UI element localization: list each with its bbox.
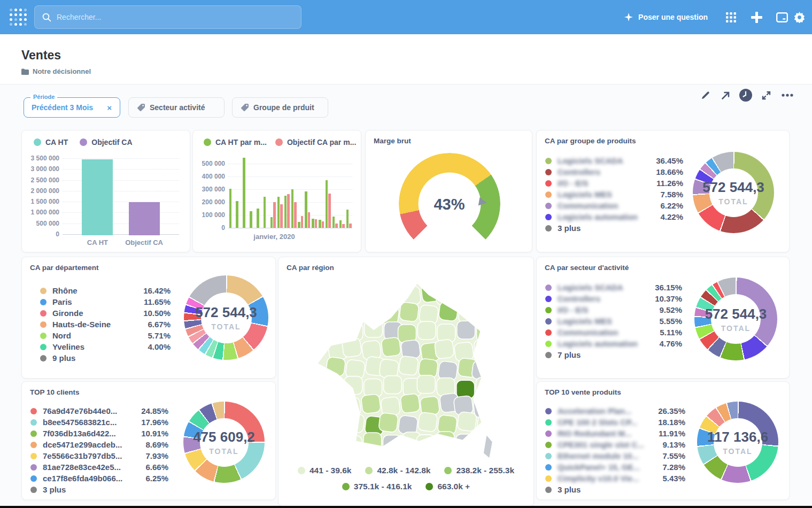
- new-item-button[interactable]: [746, 0, 767, 34]
- sharing-button[interactable]: [718, 88, 733, 103]
- auto-refresh-button[interactable]: [738, 88, 753, 103]
- bar[interactable]: [298, 222, 300, 228]
- bar[interactable]: [322, 221, 324, 228]
- donut-legend[interactable]: Acceleration Plan...26.35%CPE 100 2 Slot…: [545, 405, 685, 495]
- browse-data-button[interactable]: [720, 0, 741, 34]
- more-options-button[interactable]: [780, 88, 795, 103]
- legend-item[interactable]: Controllers18.66%: [545, 166, 683, 178]
- bar[interactable]: [236, 201, 238, 228]
- legend-more-item[interactable]: 9 plus: [40, 352, 171, 364]
- bar[interactable]: [243, 158, 245, 228]
- bar[interactable]: [312, 219, 314, 228]
- bar[interactable]: [326, 180, 328, 228]
- legend-item[interactable]: Hauts-de-Seine6.67%: [40, 319, 171, 330]
- legend-item[interactable]: QuickPanel+ 15, GE...7.28%: [545, 461, 685, 473]
- legend-item[interactable]: Controllers10.37%: [545, 293, 682, 304]
- bar-chart-ca-vs-objectif[interactable]: 3 500 0003 000 0002 500 0002 000 0001 50…: [22, 152, 190, 248]
- legend-item[interactable]: CPE301 single slot C...9.13%: [545, 439, 685, 450]
- donut-chart[interactable]: 572 544,3TOTAL: [694, 278, 777, 360]
- legend-more-item[interactable]: 3 plus: [545, 222, 683, 234]
- bar[interactable]: [291, 189, 294, 228]
- legend-item[interactable]: Objectif CA par m...: [275, 138, 356, 147]
- legend-more-item[interactable]: 3 plus: [545, 484, 685, 495]
- legend-item[interactable]: RIO Redundant M...11.91%: [545, 428, 685, 439]
- legend-item[interactable]: I/O - E/S11.26%: [545, 178, 683, 189]
- legend-item[interactable]: Ethernet module 10...7.55%: [545, 450, 685, 461]
- bar[interactable]: [284, 196, 287, 228]
- legend-item[interactable]: 7f036db13a6d422...10.91%: [30, 428, 168, 439]
- donut-chart[interactable]: 475 609,2TOTAL: [183, 402, 265, 483]
- bar[interactable]: [294, 202, 297, 228]
- filter-secteur[interactable]: Secteur activité: [128, 97, 225, 118]
- donut-legend[interactable]: Rhône16.42%Paris11.65%Gironde10.50%Hauts…: [40, 285, 171, 364]
- bar[interactable]: [339, 220, 342, 228]
- donut-chart[interactable]: 117 136,6TOTAL: [697, 402, 778, 483]
- legend-item[interactable]: Logiciels SCADA36.45%: [545, 155, 683, 166]
- bar[interactable]: [308, 212, 311, 228]
- legend-item[interactable]: Logiciels MES7.58%: [545, 189, 683, 200]
- bar[interactable]: [301, 216, 304, 228]
- metabase-logo[interactable]: [7, 6, 29, 28]
- donut-legend[interactable]: 76a9d47e76b44e0...24.85%b8ee5475683821c.…: [30, 405, 168, 495]
- bar[interactable]: [82, 159, 113, 235]
- legend-item[interactable]: Nord5.71%: [40, 330, 171, 341]
- legend-bar1[interactable]: CA HTObjectif CA: [34, 138, 133, 147]
- bar[interactable]: [305, 191, 307, 228]
- legend-item[interactable]: Cimplicity v10.0 Vie...5.43%: [545, 473, 685, 484]
- bar[interactable]: [328, 194, 331, 228]
- search-input[interactable]: Rechercher...: [34, 5, 301, 29]
- legend-item[interactable]: I/O - E/S9.52%: [545, 304, 682, 315]
- legend-item[interactable]: Communication5.11%: [545, 327, 682, 338]
- legend-item[interactable]: b8ee5475683821c...17.96%: [30, 417, 168, 428]
- bar[interactable]: [229, 189, 232, 228]
- legend-item[interactable]: ce17f8e6fda49b066...6.25%: [30, 473, 168, 484]
- legend-item[interactable]: Logiciels automation4.22%: [545, 211, 683, 222]
- donut-legend[interactable]: Logiciels SCADA36.15%Controllers10.37%I/…: [545, 282, 682, 360]
- bar[interactable]: [280, 204, 283, 228]
- bar[interactable]: [287, 194, 290, 228]
- bar[interactable]: [342, 224, 345, 228]
- legend-item[interactable]: CA HT par m...: [204, 138, 267, 147]
- donut-legend[interactable]: Logiciels SCADA36.45%Controllers18.66%I/…: [545, 155, 683, 234]
- bar-chart-ca-par-mois[interactable]: 500 000400 000300 000200 000100 0000janv…: [193, 153, 361, 248]
- edit-dashboard-button[interactable]: [698, 88, 713, 103]
- bar[interactable]: [277, 197, 280, 228]
- bar[interactable]: [332, 217, 335, 228]
- legend-item[interactable]: Logiciels SCADA36.15%: [545, 282, 682, 293]
- legend-item[interactable]: CA HT: [34, 138, 68, 147]
- legend-item[interactable]: Logiciels automation4.76%: [545, 338, 682, 349]
- legend-bar2[interactable]: CA HT par m...Objectif CA par m...: [204, 138, 356, 147]
- bar[interactable]: [273, 202, 276, 228]
- bar[interactable]: [257, 209, 259, 228]
- bar[interactable]: [346, 210, 349, 228]
- bar[interactable]: [319, 220, 321, 228]
- legend-item[interactable]: 76a9d47e76b44e0...24.85%: [30, 405, 168, 417]
- bar[interactable]: [315, 219, 318, 228]
- legend-item[interactable]: Paris11.65%: [40, 296, 171, 307]
- legend-item[interactable]: Yvelines4.00%: [40, 341, 171, 352]
- legend-item[interactable]: Rhône16.42%: [40, 285, 171, 296]
- bar[interactable]: [250, 211, 252, 228]
- bar[interactable]: [264, 197, 266, 228]
- legend-item[interactable]: Gironde10.50%: [40, 307, 171, 319]
- bar[interactable]: [270, 217, 273, 228]
- donut-chart[interactable]: 572 544,3TOTAL: [693, 152, 774, 233]
- filter-clear-icon[interactable]: ×: [107, 103, 112, 112]
- legend-item[interactable]: CPE 100 2 Slots CP...18.18%: [545, 417, 685, 428]
- breadcrumb[interactable]: Notre décisionnel: [21, 67, 91, 75]
- filter-groupe[interactable]: Groupe de prduit: [232, 97, 328, 118]
- legend-more-item[interactable]: 3 plus: [30, 484, 168, 495]
- bar[interactable]: [349, 224, 352, 228]
- legend-item[interactable]: Objectif CA: [80, 138, 132, 147]
- bar[interactable]: [335, 224, 338, 228]
- legend-item[interactable]: Communication6.22%: [545, 200, 683, 211]
- settings-button[interactable]: [786, 0, 812, 34]
- legend-item[interactable]: 7e5566c31b797db5...7.93%: [30, 450, 168, 461]
- legend-item[interactable]: Acceleration Plan...26.35%: [545, 405, 685, 417]
- legend-item[interactable]: Logiciels MES5.55%: [545, 315, 682, 327]
- fullscreen-button[interactable]: [759, 88, 774, 103]
- france-choropleth-map[interactable]: [300, 276, 514, 464]
- bar[interactable]: [129, 202, 160, 235]
- ask-question-button[interactable]: Poser une question: [624, 0, 708, 34]
- legend-item[interactable]: 81ae728e83ce42e5...6.66%: [30, 461, 168, 473]
